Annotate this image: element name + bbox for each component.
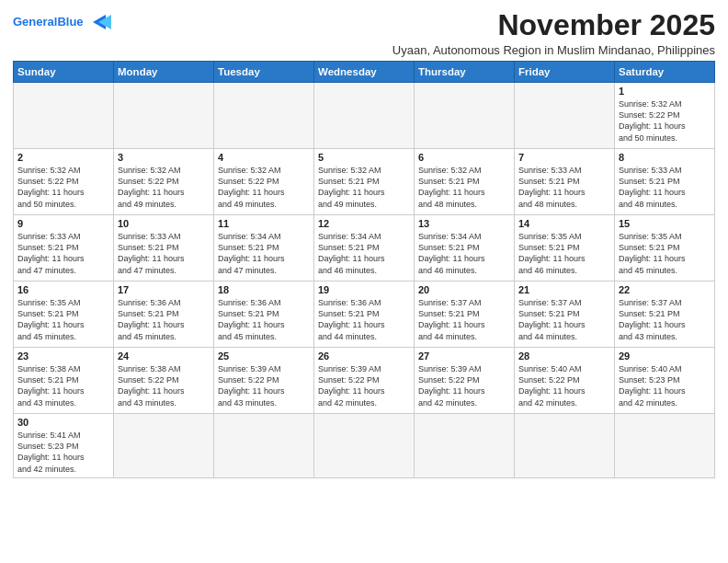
table-row: 23Sunrise: 5:38 AMSunset: 5:21 PMDayligh… [14, 348, 114, 414]
day-number: 7 [518, 152, 610, 163]
table-row: 24Sunrise: 5:38 AMSunset: 5:22 PMDayligh… [114, 348, 214, 414]
table-row: 3Sunrise: 5:32 AMSunset: 5:22 PMDaylight… [114, 149, 214, 215]
header-tuesday: Tuesday [214, 62, 314, 83]
cell-text: Sunrise: 5:37 AMSunset: 5:21 PMDaylight:… [418, 297, 510, 342]
table-row: 16Sunrise: 5:35 AMSunset: 5:21 PMDayligh… [14, 282, 114, 348]
cell-text: Sunrise: 5:34 AMSunset: 5:21 PMDaylight:… [318, 231, 410, 276]
cell-text: Sunrise: 5:33 AMSunset: 5:21 PMDaylight:… [518, 165, 610, 210]
cell-text: Sunrise: 5:34 AMSunset: 5:21 PMDaylight:… [218, 231, 310, 276]
day-number: 28 [518, 350, 610, 362]
table-row [515, 414, 615, 478]
logo-general: General [13, 15, 57, 29]
cell-text: Sunrise: 5:39 AMSunset: 5:22 PMDaylight:… [218, 363, 310, 408]
table-row: 26Sunrise: 5:39 AMSunset: 5:22 PMDayligh… [314, 348, 415, 414]
header-friday: Friday [515, 62, 615, 83]
table-row: 21Sunrise: 5:37 AMSunset: 5:21 PMDayligh… [515, 282, 615, 348]
logo-blue: Blue [57, 15, 83, 29]
table-row: 29Sunrise: 5:40 AMSunset: 5:23 PMDayligh… [615, 348, 715, 414]
cell-text: Sunrise: 5:37 AMSunset: 5:21 PMDaylight:… [518, 297, 610, 342]
table-row: 14Sunrise: 5:35 AMSunset: 5:21 PMDayligh… [515, 215, 615, 282]
table-row: 5Sunrise: 5:32 AMSunset: 5:21 PMDaylight… [314, 149, 415, 215]
table-row: 8Sunrise: 5:33 AMSunset: 5:21 PMDaylight… [615, 149, 715, 215]
logo-text: GeneralBlue [13, 16, 84, 29]
location-title: Uyaan, Autonomous Region in Muslim Minda… [392, 43, 715, 57]
header-thursday: Thursday [415, 62, 515, 83]
table-row: 13Sunrise: 5:34 AMSunset: 5:21 PMDayligh… [415, 215, 515, 282]
cell-text: Sunrise: 5:33 AMSunset: 5:21 PMDaylight:… [118, 231, 210, 276]
weekday-header-row: Sunday Monday Tuesday Wednesday Thursday… [14, 62, 715, 83]
cell-text: Sunrise: 5:36 AMSunset: 5:21 PMDaylight:… [218, 297, 310, 342]
table-row: 7Sunrise: 5:33 AMSunset: 5:21 PMDaylight… [515, 149, 615, 215]
day-number: 5 [318, 152, 410, 163]
cell-text: Sunrise: 5:38 AMSunset: 5:22 PMDaylight:… [118, 363, 210, 408]
calendar-week-row: 23Sunrise: 5:38 AMSunset: 5:21 PMDayligh… [14, 348, 715, 414]
cell-text: Sunrise: 5:40 AMSunset: 5:22 PMDaylight:… [518, 363, 610, 408]
cell-text: Sunrise: 5:32 AMSunset: 5:22 PMDaylight:… [17, 165, 109, 210]
cell-text: Sunrise: 5:39 AMSunset: 5:22 PMDaylight:… [418, 363, 510, 408]
day-number: 21 [518, 284, 610, 295]
table-row: 19Sunrise: 5:36 AMSunset: 5:21 PMDayligh… [314, 282, 415, 348]
table-row [314, 83, 415, 149]
day-number: 29 [619, 350, 711, 362]
table-row: 22Sunrise: 5:37 AMSunset: 5:21 PMDayligh… [615, 282, 715, 348]
day-number: 4 [218, 152, 310, 163]
table-row [114, 414, 214, 478]
calendar-table: Sunday Monday Tuesday Wednesday Thursday… [13, 61, 715, 478]
cell-text: Sunrise: 5:33 AMSunset: 5:21 PMDaylight:… [17, 231, 109, 276]
day-number: 23 [17, 350, 109, 362]
table-row: 17Sunrise: 5:36 AMSunset: 5:21 PMDayligh… [114, 282, 214, 348]
cell-text: Sunrise: 5:32 AMSunset: 5:22 PMDaylight:… [619, 98, 711, 144]
table-row [314, 414, 415, 478]
day-number: 25 [218, 350, 310, 362]
table-row: 27Sunrise: 5:39 AMSunset: 5:22 PMDayligh… [415, 348, 515, 414]
table-row [415, 414, 515, 478]
table-row: 25Sunrise: 5:39 AMSunset: 5:22 PMDayligh… [214, 348, 314, 414]
day-number: 14 [518, 218, 610, 229]
day-number: 8 [619, 152, 711, 163]
table-row: 15Sunrise: 5:35 AMSunset: 5:21 PMDayligh… [615, 215, 715, 282]
cell-text: Sunrise: 5:37 AMSunset: 5:21 PMDaylight:… [619, 297, 711, 342]
table-row [615, 414, 715, 478]
cell-text: Sunrise: 5:36 AMSunset: 5:21 PMDaylight:… [118, 297, 210, 342]
day-number: 18 [218, 284, 310, 295]
day-number: 26 [318, 350, 410, 362]
table-row: 4Sunrise: 5:32 AMSunset: 5:22 PMDaylight… [214, 149, 314, 215]
calendar-week-row: 9Sunrise: 5:33 AMSunset: 5:21 PMDaylight… [14, 215, 715, 282]
title-area: November 2025 Uyaan, Autonomous Region i… [392, 9, 715, 57]
month-title: November 2025 [392, 9, 715, 41]
table-row: 11Sunrise: 5:34 AMSunset: 5:21 PMDayligh… [214, 215, 314, 282]
calendar-week-row: 30Sunrise: 5:41 AMSunset: 5:23 PMDayligh… [14, 414, 715, 478]
day-number: 22 [619, 284, 711, 295]
cell-text: Sunrise: 5:32 AMSunset: 5:21 PMDaylight:… [418, 165, 510, 210]
calendar-body: 1Sunrise: 5:32 AMSunset: 5:22 PMDaylight… [14, 83, 715, 478]
cell-text: Sunrise: 5:41 AMSunset: 5:23 PMDaylight:… [17, 430, 109, 475]
cell-text: Sunrise: 5:35 AMSunset: 5:21 PMDaylight:… [17, 297, 109, 342]
calendar-week-row: 1Sunrise: 5:32 AMSunset: 5:22 PMDaylight… [14, 83, 715, 149]
cell-text: Sunrise: 5:32 AMSunset: 5:21 PMDaylight:… [318, 165, 410, 210]
day-number: 30 [17, 417, 109, 428]
table-row: 28Sunrise: 5:40 AMSunset: 5:22 PMDayligh… [515, 348, 615, 414]
cell-text: Sunrise: 5:38 AMSunset: 5:21 PMDaylight:… [17, 363, 109, 408]
table-row [14, 83, 114, 149]
day-number: 1 [619, 86, 711, 97]
table-row: 18Sunrise: 5:36 AMSunset: 5:21 PMDayligh… [214, 282, 314, 348]
table-row: 1Sunrise: 5:32 AMSunset: 5:22 PMDaylight… [615, 83, 715, 149]
day-number: 12 [318, 218, 410, 229]
day-number: 17 [118, 284, 210, 295]
table-row [214, 83, 314, 149]
calendar-week-row: 2Sunrise: 5:32 AMSunset: 5:22 PMDaylight… [14, 149, 715, 215]
table-row: 20Sunrise: 5:37 AMSunset: 5:21 PMDayligh… [415, 282, 515, 348]
cell-text: Sunrise: 5:32 AMSunset: 5:22 PMDaylight:… [218, 165, 310, 210]
header-wednesday: Wednesday [314, 62, 415, 83]
table-row [415, 83, 515, 149]
table-row: 2Sunrise: 5:32 AMSunset: 5:22 PMDaylight… [14, 149, 114, 215]
day-number: 6 [418, 152, 510, 163]
day-number: 9 [17, 218, 109, 229]
header-saturday: Saturday [615, 62, 715, 83]
day-number: 16 [17, 284, 109, 295]
cell-text: Sunrise: 5:32 AMSunset: 5:22 PMDaylight:… [118, 165, 210, 210]
table-row: 10Sunrise: 5:33 AMSunset: 5:21 PMDayligh… [114, 215, 214, 282]
cell-text: Sunrise: 5:33 AMSunset: 5:21 PMDaylight:… [619, 165, 711, 210]
header-sunday: Sunday [14, 62, 114, 83]
table-row: 12Sunrise: 5:34 AMSunset: 5:21 PMDayligh… [314, 215, 415, 282]
